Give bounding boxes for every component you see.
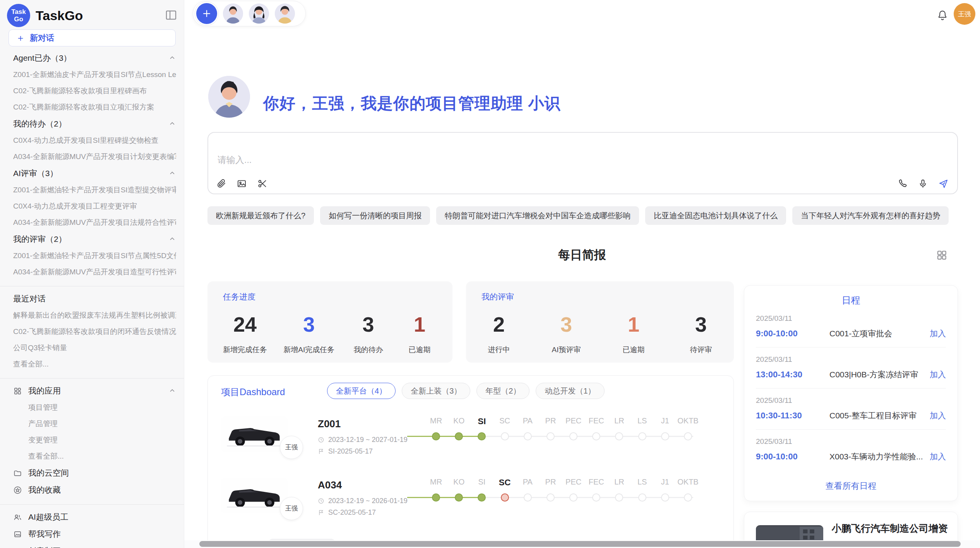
new-chat-button[interactable]: ＋ 新对话 [9, 29, 176, 46]
list-item[interactable]: C0X4-动力总成开发项目SI里程碑提交物检查 [13, 132, 176, 149]
milestone-dot [684, 493, 692, 502]
view-all-schedule-link[interactable]: 查看所有日程 [756, 480, 946, 492]
filter-chip[interactable]: 全新上装（3） [402, 383, 470, 399]
project-row[interactable]: 王强 Z001 2023-12-19 ~ 2027-01-19 SI-2025-… [208, 416, 733, 474]
paperclip-icon[interactable] [216, 178, 226, 189]
sidebar-item-cloud-space[interactable]: 我的云空间 [13, 464, 176, 481]
image-icon[interactable] [236, 178, 247, 189]
list-item[interactable]: A034-全新新能源MUV产品开发项目法规符合性评审 [13, 214, 176, 231]
suggestion-chip[interactable]: 如何写一份清晰的项目周报 [320, 206, 430, 225]
list-item[interactable]: 解释最新出台的欧盟报废车法规再生塑料比例被调至15%... [13, 307, 176, 324]
project-row[interactable]: 王强 A034 2023-12-19 ~ 2026-01-19 SC-2025-… [208, 478, 733, 536]
bell-icon[interactable] [937, 9, 948, 21]
divider [0, 286, 184, 286]
sidebar-item-product-mgmt[interactable]: 产品管理 [13, 416, 176, 432]
suggestion-chip[interactable]: 当下年轻人对汽车外观有怎样的喜好趋势 [792, 206, 949, 225]
section-my-review[interactable]: 我的评审（2） [13, 231, 176, 248]
schedule-name: C005-整车工程目标评审 [829, 410, 930, 421]
join-link[interactable]: 加入 [930, 369, 946, 380]
list-item[interactable]: Z001-全新燃油皮卡产品开发项目SI节点Lesson Learn报告 [13, 67, 176, 83]
list-item[interactable]: A034-全新新能源MUV产品开发项目计划变更表编写 [13, 149, 176, 165]
sidebar-item-favorites[interactable]: 我的收藏 [13, 481, 176, 498]
stat: 3我的待办 [351, 311, 386, 355]
stat: 3AI预评审 [549, 311, 584, 355]
sidebar-item-ai-super-staff[interactable]: AI超级员工 [13, 509, 176, 526]
schedule-item: 2025/03/11 9:00-10:00 C001-立项审批会 加入 [756, 307, 946, 348]
milestone-dot-current [501, 493, 509, 502]
list-item[interactable]: C02-飞腾新能源轻客改款项目里程碑画布 [13, 83, 176, 99]
section-ai-review[interactable]: AI评审（3） [13, 165, 176, 182]
filter-chip[interactable]: 动总开发（1） [536, 383, 604, 399]
join-link[interactable]: 加入 [930, 451, 946, 462]
agent-avatar[interactable] [223, 3, 243, 24]
list-item[interactable]: Z001-全新燃油轻卡产品开发项目SI造型提交物评审 [13, 182, 176, 198]
milestone-dot [615, 493, 623, 502]
sidebar-item-creative-draw[interactable]: 创意制图 [13, 543, 176, 548]
milestone-label: J1 [654, 416, 677, 426]
stat-label: 新增完成任务 [223, 345, 267, 355]
stat-value: 1 [414, 311, 425, 338]
taskgo-logo: Task Go [7, 4, 30, 27]
milestone-label: LR [608, 478, 630, 488]
milestone-dot-done [455, 493, 463, 502]
section-agent-done[interactable]: Agent已办（3） [13, 50, 176, 67]
sidebar-collapse-icon[interactable] [164, 9, 178, 22]
agent-avatar[interactable] [249, 3, 269, 24]
list-item[interactable]: Z001-全新燃油轻卡产品开发项目SI节点属性5D文件评审 [13, 248, 176, 264]
view-all-link[interactable]: 查看全部... [13, 356, 176, 372]
suggestion-chip[interactable]: 比亚迪全固态电池计划具体说了什么 [645, 206, 786, 225]
milestone-label: OKTB [677, 478, 699, 488]
stat-value: 1 [628, 311, 639, 338]
task-progress-card: 任务进度 24新增完成任务 3新增AI完成任务 3我的待办 1已逾期 [207, 281, 452, 363]
milestone-dot-done [432, 432, 440, 440]
join-link[interactable]: 加入 [930, 328, 946, 339]
user-avatar[interactable]: 王强 [954, 3, 975, 25]
sidebar-item-project-mgmt[interactable]: 项目管理 [13, 399, 176, 416]
list-item[interactable]: C0X4-动力总成开发项目工程变更评审 [13, 198, 176, 214]
list-item[interactable]: 公司Q3轻卡销量 [13, 340, 176, 356]
daily-briefing-title: 每日简报 [184, 247, 980, 263]
milestone-labels: MRKOSISCPAPRPECFECLRLSJ1OKTB [425, 416, 699, 426]
agent-avatar[interactable] [275, 3, 295, 24]
suggestion-chip[interactable]: 欧洲新规最近颁布了什么? [207, 206, 314, 225]
schedule-name: C003|H0B-方案冻结评审 [829, 369, 930, 380]
filter-chip[interactable]: 全新平台（4） [327, 383, 396, 399]
milestone-dot [547, 432, 555, 440]
dashboard-title: 项目Dashboard [221, 386, 285, 398]
section-my-todo[interactable]: 我的待办（2） [13, 115, 176, 132]
list-item[interactable]: C02-飞腾新能源轻客改款项目立项汇报方案 [13, 99, 176, 115]
scissors-icon[interactable] [257, 178, 267, 189]
filter-chip[interactable]: 年型（2） [476, 383, 529, 399]
project-owner-badge: 王强 [280, 436, 303, 459]
phone-icon[interactable] [897, 178, 908, 189]
milestone-label: LR [608, 416, 630, 426]
sidebar-header: Task Go TaskGo [7, 4, 83, 27]
flag-icon [318, 448, 324, 455]
horizontal-scrollbar-thumb[interactable] [199, 541, 961, 547]
milestone-dot [524, 432, 532, 440]
join-link[interactable]: 加入 [930, 410, 946, 421]
schedule-date: 2025/03/11 [756, 355, 946, 364]
card-title: 我的评审 [481, 291, 718, 302]
milestone-dot [638, 432, 646, 440]
owner-name: 王强 [285, 444, 298, 452]
mic-icon[interactable] [918, 178, 928, 189]
stat-label: 我的待办 [354, 345, 383, 355]
card-title: 任务进度 [223, 291, 437, 302]
sidebar-item-help-write[interactable]: 帮我写作 [13, 526, 176, 543]
milestone-dot-done [478, 493, 486, 502]
schedule-item: 2025/03/11 10:30-11:30 C005-整车工程目标评审 加入 [756, 389, 946, 430]
list-item[interactable]: C02-飞腾新能源轻客改款项目的闭环通告反馈情况 [13, 324, 176, 340]
view-all-link[interactable]: 查看全部... [13, 448, 176, 464]
add-agent-button[interactable] [196, 3, 217, 24]
suggestion-chip[interactable]: 特朗普可能对进口汽车增税会对中国车企造成哪些影响 [436, 206, 639, 225]
milestone-label-active: SC [493, 478, 516, 488]
milestone-track: MRKOSISCPAPRPECFECLRLSJ1OKTB [425, 416, 699, 444]
message-input[interactable] [217, 154, 683, 166]
sidebar-item-my-apps[interactable]: 我的应用 [13, 382, 176, 399]
stat: 1已逾期 [616, 311, 651, 355]
layout-grid-icon[interactable] [936, 249, 947, 261]
list-item[interactable]: A034-全新新能源MUV产品开发项目造型可行性评审 [13, 264, 176, 280]
send-icon[interactable] [938, 178, 949, 189]
sidebar-item-change-mgmt[interactable]: 变更管理 [13, 432, 176, 448]
